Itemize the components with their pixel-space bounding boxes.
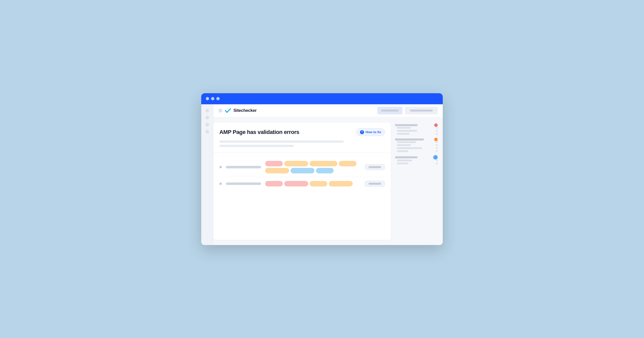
right-bar-1 <box>395 124 418 126</box>
right-sub-bar-4 <box>397 141 416 143</box>
right-sub-row-3 <box>397 133 438 135</box>
tag-pink-3 <box>284 181 308 186</box>
description-lines <box>219 140 385 147</box>
logo-checkmark-icon <box>224 108 231 113</box>
row-indicator-dot <box>219 166 222 168</box>
right-sub-row-9 <box>397 163 438 164</box>
browser-window: Sitechecker AMP Page has vali <box>201 93 443 245</box>
how-to-fix-label: How to fix <box>366 130 381 134</box>
tag-orange-4 <box>265 168 289 173</box>
window-dot-3 <box>216 97 220 100</box>
right-sub-dot <box>436 127 438 129</box>
right-sub-rows-2 <box>395 141 438 152</box>
section-divider <box>213 153 391 153</box>
tag-blue-2 <box>316 168 334 173</box>
right-sub-row-8 <box>397 160 438 161</box>
how-to-fix-icon: ? <box>360 130 364 134</box>
right-sub-rows-3 <box>395 160 438 164</box>
right-sub-row-6 <box>397 147 438 149</box>
right-section-2 <box>395 138 438 153</box>
right-row-1 <box>395 123 438 127</box>
right-sub-bar <box>397 127 411 129</box>
row-action-button-1[interactable] <box>365 164 385 170</box>
tag-orange-5 <box>310 181 327 186</box>
row-label-2 <box>226 182 261 185</box>
table-row-2 <box>219 177 385 190</box>
right-sub-bar-7 <box>397 150 408 152</box>
sidebar-nav-dot-1 <box>206 109 209 112</box>
tag-pink-1 <box>265 161 283 166</box>
topbar-secondary-button[interactable] <box>405 107 438 114</box>
right-sub-dot-2 <box>436 130 438 132</box>
row-label <box>226 166 261 168</box>
tag-orange-6 <box>329 181 353 186</box>
right-sub-bar-5 <box>397 144 411 146</box>
action-btn-label-2 <box>369 183 381 185</box>
right-panel <box>395 122 438 240</box>
tag-pink-2 <box>265 181 283 186</box>
panel-header: AMP Page has validation errors ? How to … <box>219 128 385 136</box>
right-sub-dot-7 <box>436 150 438 152</box>
action-btn-label <box>369 166 381 168</box>
right-sub-row-2 <box>397 130 438 132</box>
btn-placeholder-bar <box>381 110 399 112</box>
main-layout: AMP Page has validation errors ? How to … <box>213 117 443 245</box>
right-sub-rows-1 <box>395 127 438 135</box>
desc-line-2 <box>219 145 294 147</box>
right-bar-2 <box>395 138 424 140</box>
tag-blue-1 <box>291 168 314 173</box>
row-tags-2 <box>265 181 361 186</box>
topbar-primary-button[interactable] <box>377 107 403 114</box>
sidebar-nav-dot-2 <box>206 116 209 119</box>
right-section-1 <box>395 123 438 136</box>
main-panel: AMP Page has validation errors ? How to … <box>213 122 391 240</box>
tag-orange-1 <box>284 161 308 166</box>
content-area: Sitechecker AMP Page has vali <box>213 104 443 245</box>
logo-circle <box>218 109 222 113</box>
sidebar-nav-dot-3 <box>206 123 209 126</box>
logo-area: Sitechecker <box>218 108 257 113</box>
window-dot-1 <box>206 97 209 100</box>
right-indicator-red <box>434 123 438 127</box>
right-sub-dot-8 <box>436 160 438 161</box>
tag-orange-2 <box>310 161 337 166</box>
window-dot-2 <box>211 97 214 100</box>
desc-line-1 <box>219 140 344 143</box>
tag-orange-3 <box>339 161 356 166</box>
right-sub-bar-8 <box>397 160 412 161</box>
btn-placeholder-bar-2 <box>410 110 433 112</box>
right-sub-dot-6 <box>436 147 438 149</box>
right-row-2 <box>395 138 438 141</box>
logo-text: Sitechecker <box>233 108 257 113</box>
sidebar-nav-dot-4 <box>206 130 209 133</box>
right-sub-row-7 <box>397 150 438 152</box>
right-indicator-blue <box>433 155 438 160</box>
right-indicator-orange <box>434 138 438 141</box>
right-sub-row-5 <box>397 144 438 146</box>
row-action-button-2[interactable] <box>365 181 385 187</box>
browser-titlebar <box>201 93 443 104</box>
right-sub-row-1 <box>397 127 438 129</box>
right-row-3 <box>395 155 438 160</box>
right-sub-bar-6 <box>397 147 422 149</box>
right-sub-bar-9 <box>397 163 408 164</box>
how-to-fix-button[interactable]: ? How to fix <box>356 128 385 136</box>
right-bar-3 <box>395 156 418 158</box>
right-sub-bar-2 <box>397 130 417 132</box>
right-sub-row-4 <box>397 141 438 143</box>
right-sub-dot-9 <box>436 163 438 164</box>
right-sub-dot-5 <box>436 144 438 146</box>
sidebar <box>201 104 213 245</box>
panel-title: AMP Page has validation errors <box>219 129 299 135</box>
topbar-buttons <box>377 107 438 114</box>
right-section-3 <box>395 155 438 165</box>
topbar: Sitechecker <box>213 104 443 117</box>
right-sub-bar-3 <box>397 133 410 135</box>
right-sub-dot-3 <box>436 133 438 135</box>
row-tags <box>265 161 361 173</box>
row-indicator-dot-2 <box>219 182 222 185</box>
table-row <box>219 157 385 177</box>
browser-body: Sitechecker AMP Page has vali <box>201 104 443 245</box>
right-sub-dot-4 <box>436 141 438 143</box>
